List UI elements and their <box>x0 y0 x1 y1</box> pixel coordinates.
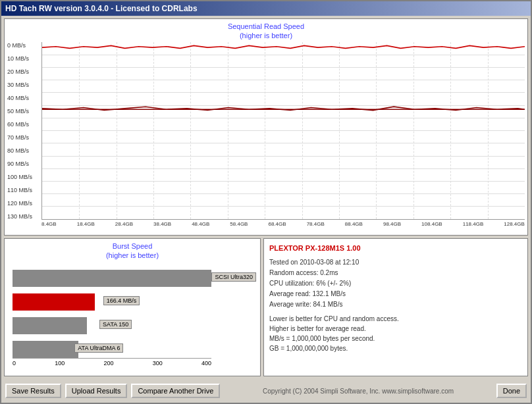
footer: Save Results Upload Results Compare Anot… <box>1 379 531 403</box>
title-bar: HD Tach RW version 3.0.4.0 - Licensed to… <box>1 1 531 16</box>
bar-ata-label: ATA UltraDMA 6 <box>74 343 123 353</box>
seq-read-svg <box>42 42 525 219</box>
bar-row-ata: ATA UltraDMA 6 <box>13 341 211 358</box>
content-area: Sequential Read Speed (higher is better)… <box>1 16 531 379</box>
seq-chart-area: 130 MB/s 120 MB/s 110 MB/s 100 MB/s 90 M… <box>7 42 525 220</box>
info-title: PLEXTOR PX-128M1S 1.00 <box>269 243 522 255</box>
info-cpu-util: CPU utilization: 6% (+/- 2%) <box>269 278 522 289</box>
burst-x-axis: 0 100 200 300 400 <box>13 358 211 366</box>
window-title: HD Tach RW version 3.0.4.0 - Licensed to… <box>5 4 198 13</box>
bar-row-scsi: SCSI Ultra320 <box>13 270 211 287</box>
info-note3: MB/s = 1,000,000 bytes per second. <box>269 334 522 343</box>
chart-plot <box>41 42 525 220</box>
compare-drive-button[interactable]: Compare Another Drive <box>131 384 220 398</box>
burst-chart-title: Burst Speed (higher is better) <box>7 241 257 261</box>
sequential-read-chart: Sequential Read Speed (higher is better)… <box>4 18 528 236</box>
done-button[interactable]: Done <box>496 384 527 398</box>
info-note1: Lower is better for CPU and random acces… <box>269 314 522 324</box>
burst-chart: Burst Speed (higher is better) SCSI Ultr… <box>4 238 261 376</box>
bar-row-sata: SATA 150 <box>13 317 211 334</box>
info-panel: PLEXTOR PX-128M1S 1.00 Tested on 2010-03… <box>263 238 528 376</box>
bar-row-current: 166.4 MB/s <box>13 293 211 311</box>
bar-current: 166.4 MB/s <box>13 293 95 311</box>
main-window: HD Tach RW version 3.0.4.0 - Licensed to… <box>0 0 532 404</box>
bar-sata-label: SATA 150 <box>99 320 132 329</box>
footer-copyright: Copyright (C) 2004 Simpli Software, Inc.… <box>224 388 492 395</box>
bar-scsi: SCSI Ultra320 <box>13 270 211 287</box>
info-random-access: Random access: 0.2ms <box>269 268 522 278</box>
bar-ata: ATA UltraDMA 6 <box>13 341 78 358</box>
x-axis: 8.4GB 18.4GB 28.4GB 38.4GB 48.4GB 58.4GB… <box>7 221 525 227</box>
upload-results-button[interactable]: Upload Results <box>65 384 128 398</box>
info-note4: GB = 1,000,000,000 bytes. <box>269 343 522 353</box>
seq-chart-title: Sequential Read Speed (higher is better) <box>7 22 525 41</box>
info-tested-on: Tested on 2010-03-08 at 12:10 <box>269 257 522 268</box>
bar-sata: SATA 150 <box>13 317 87 334</box>
burst-bars-container: SCSI Ultra320 166.4 MB/s SATA 150 <box>13 265 211 357</box>
bottom-section: Burst Speed (higher is better) SCSI Ultr… <box>4 238 528 376</box>
info-avg-write: Average write: 84.1 MB/s <box>269 299 522 310</box>
y-axis: 130 MB/s 120 MB/s 110 MB/s 100 MB/s 90 M… <box>7 42 41 220</box>
save-results-button[interactable]: Save Results <box>5 384 61 398</box>
bar-scsi-label: SCSI Ultra320 <box>211 272 256 282</box>
info-avg-read: Average read: 132.1 MB/s <box>269 289 522 299</box>
bar-current-label: 166.4 MB/s <box>103 296 140 305</box>
info-note2: Higher is better for average read. <box>269 324 522 334</box>
